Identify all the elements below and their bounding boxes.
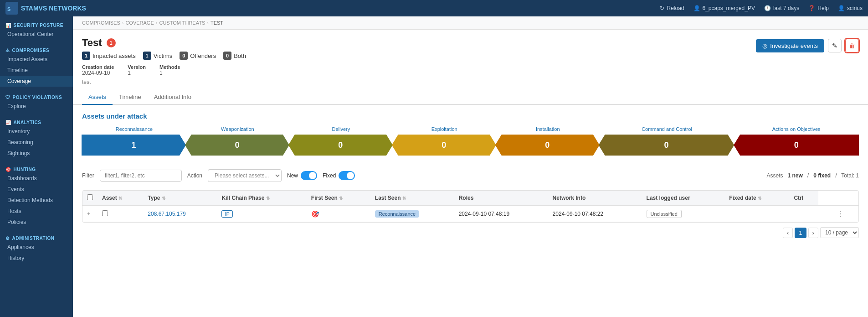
col-ctrl: Ctrl xyxy=(789,191,818,206)
prev-page-btn[interactable]: ‹ xyxy=(783,228,793,238)
phase-badge: Reconnaissance xyxy=(375,210,419,218)
row-select-checkbox[interactable] xyxy=(102,210,108,216)
help-icon: ❓ xyxy=(808,5,815,11)
hunting-icon: 🎯 xyxy=(5,167,11,172)
sidebar-item-impacted[interactable]: Impacted Assets xyxy=(0,54,73,65)
reload-icon: ↻ xyxy=(660,5,664,11)
user-icon: 👤 xyxy=(838,5,845,11)
kc-stage-actions[interactable]: Actions on Objectives 0 xyxy=(734,126,859,156)
sidebar-item-sightings[interactable]: Sightings xyxy=(0,148,73,159)
sidebar-item-hosts[interactable]: Hosts xyxy=(0,206,73,217)
new-toggle-group: New xyxy=(287,171,317,180)
row-ctrl: ⋮ xyxy=(832,206,858,222)
kc-label-delivery: Delivery xyxy=(332,126,350,132)
sidebar: 📊 SECURITY POSTURE Operational Center ⚠ … xyxy=(0,16,73,317)
edit-button[interactable]: ✎ xyxy=(828,39,842,52)
top-nav: S STAMVS NETWORKS ↻ Reload 👤 6_pcaps_mer… xyxy=(0,0,868,16)
kc-stage-recon[interactable]: Reconnaissance 1 xyxy=(82,126,186,156)
row-icon: 🎯 xyxy=(307,206,370,222)
sidebar-item-events[interactable]: Events xyxy=(0,184,73,195)
page-title-area: Test 1 1 Impacted assets 1 Victims 0 Off… xyxy=(82,37,756,86)
sidebar-item-history[interactable]: History xyxy=(0,253,73,264)
kc-value-weapon: 0 xyxy=(185,135,289,156)
sidebar-item-operational[interactable]: Operational Center xyxy=(0,29,73,40)
row-first-seen: 2024-09-10 07:48:19 xyxy=(454,206,548,222)
profile-btn[interactable]: 👤 6_pcaps_merged_PV xyxy=(693,5,755,11)
compass-icon: ◎ xyxy=(762,42,767,49)
investigate-button[interactable]: ◎ Investigate events xyxy=(756,39,824,52)
sidebar-item-dashboards[interactable]: Dashboards xyxy=(0,173,73,184)
reload-btn[interactable]: ↻ Reload xyxy=(660,5,684,11)
sidebar-item-timeline[interactable]: Timeline xyxy=(0,65,73,76)
fixed-label: Fixed xyxy=(323,172,336,179)
kc-stage-weapon[interactable]: Weaponization 0 xyxy=(185,126,290,156)
kc-label-actions: Actions on Objectives xyxy=(772,126,821,132)
kc-label-recon: Reconnaissance xyxy=(116,126,153,132)
page-1-btn[interactable]: 1 xyxy=(795,228,806,238)
content-body: Assets under attack Reconnaissance 1 Wea… xyxy=(73,105,868,250)
kc-value-c2: 0 xyxy=(599,135,734,156)
action-select[interactable]: Please select assets... xyxy=(208,169,282,182)
col-fixed: Fixed date ⇅ xyxy=(724,191,789,206)
tab-assets[interactable]: Assets xyxy=(82,90,113,105)
shield-icon: 🛡 xyxy=(5,95,10,100)
col-network: Network Info xyxy=(548,191,642,206)
page-title: Test xyxy=(82,37,102,49)
expand-cell: + xyxy=(82,206,98,222)
row-network xyxy=(724,206,789,222)
meta-creation: Creation date 2024-09-10 xyxy=(82,64,114,76)
kc-label-install: Installation xyxy=(536,126,560,132)
row-ctrl-button[interactable]: ⋮ xyxy=(837,209,844,218)
user-btn[interactable]: 👤 scirius xyxy=(838,5,863,11)
sidebar-item-policies[interactable]: Policies xyxy=(0,217,73,228)
breadcrumb-custom[interactable]: CUSTOM THREATS xyxy=(159,20,205,26)
sidebar-header-hunting: 🎯 HUNTING xyxy=(0,164,73,173)
breadcrumb-compromises[interactable]: COMPROMISES xyxy=(82,20,120,26)
sidebar-section-policy: 🛡 POLICY VIOLATIONS Explore xyxy=(0,88,73,114)
kc-stage-c2[interactable]: Command and Control 0 xyxy=(599,126,735,156)
kc-label-c2: Command and Control xyxy=(642,126,692,132)
select-all-checkbox[interactable] xyxy=(87,194,93,200)
next-page-btn[interactable]: › xyxy=(808,228,818,238)
page-size-select[interactable]: 10 / page 25 / page 50 / page xyxy=(820,227,859,238)
fixed-toggle[interactable] xyxy=(339,171,355,180)
clock-icon: 🕐 xyxy=(764,5,771,11)
sidebar-item-inventory[interactable]: Inventory xyxy=(0,126,73,137)
sidebar-section-admin: ⚙ ADMINISTRATION Appliances History xyxy=(0,229,73,265)
tab-timeline[interactable]: Timeline xyxy=(113,90,148,105)
analytics-icon: 📈 xyxy=(5,120,11,125)
sidebar-item-beaconing[interactable]: Beaconing xyxy=(0,137,73,148)
filter-input[interactable] xyxy=(100,170,182,182)
kc-label-exploit: Exploitation xyxy=(431,126,457,132)
stat-both: 0 Both xyxy=(223,52,246,60)
meta-version: Version 1 xyxy=(128,64,146,76)
kc-stage-install[interactable]: Installation 0 xyxy=(496,126,600,156)
help-btn[interactable]: ❓ Help xyxy=(808,5,829,11)
timerange-btn[interactable]: 🕐 last 7 days xyxy=(764,5,799,11)
sidebar-item-detection[interactable]: Detection Methods xyxy=(0,195,73,206)
alert-badge: 1 xyxy=(107,38,116,47)
breadcrumb-current: TEST xyxy=(211,20,223,26)
kc-stage-exploit[interactable]: Exploitation 0 xyxy=(392,126,497,156)
sidebar-item-explore[interactable]: Explore xyxy=(0,101,73,112)
section-title: Assets under attack xyxy=(82,112,859,120)
kc-stage-delivery[interactable]: Delivery 0 xyxy=(289,126,393,156)
sidebar-item-appliances[interactable]: Appliances xyxy=(0,242,73,253)
sidebar-item-coverage[interactable]: Coverage xyxy=(0,76,73,87)
asset-link[interactable]: 208.67.105.179 xyxy=(148,211,185,217)
kc-value-actions: 0 xyxy=(734,135,859,156)
admin-icon: ⚙ xyxy=(5,236,10,241)
sidebar-header-compromises: ⚠ COMPROMISES xyxy=(0,45,73,54)
meta-row: Creation date 2024-09-10 Version 1 Metho… xyxy=(82,64,756,76)
target-icon: 🎯 xyxy=(311,210,319,218)
breadcrumb-coverage[interactable]: COVERAGE xyxy=(125,20,154,26)
delete-button[interactable]: 🗑 xyxy=(845,39,859,52)
col-asset: Asset ⇅ xyxy=(98,191,143,206)
row-type: IP xyxy=(217,206,306,222)
sidebar-header-policy: 🛡 POLICY VIOLATIONS xyxy=(0,92,73,101)
new-toggle[interactable] xyxy=(301,171,317,180)
chart-icon: 📊 xyxy=(5,23,11,28)
kill-chain: Reconnaissance 1 Weaponization 0 Deliver… xyxy=(82,126,859,156)
assets-table: Asset ⇅ Type ⇅ Kill Chain Phase ⇅ First … xyxy=(82,190,859,223)
tab-additional[interactable]: Additional Info xyxy=(148,90,198,105)
